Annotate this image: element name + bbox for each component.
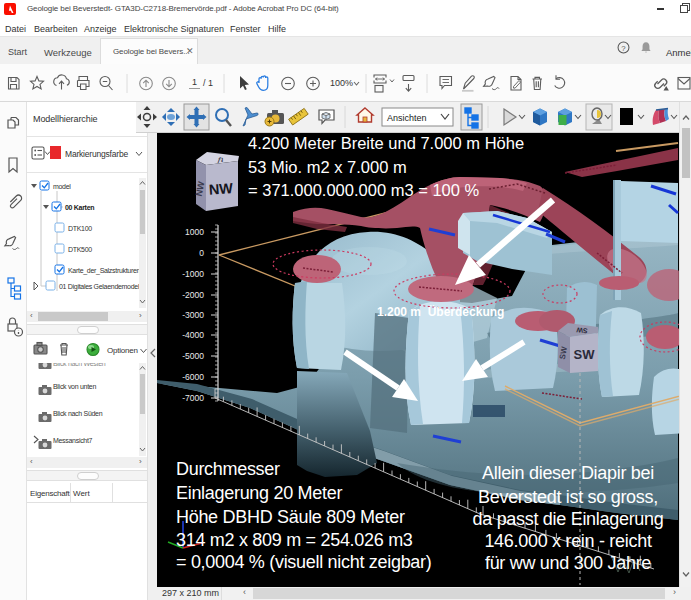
svg-text:Karte_der_Salzstrukturen: Karte_der_Salzstrukturen: [68, 267, 141, 275]
svg-text:Durchmesser: Durchmesser: [176, 459, 280, 479]
svg-text:Einlagerung 20 Meter: Einlagerung 20 Meter: [176, 483, 342, 503]
svg-text:-5000: -5000: [182, 351, 204, 361]
svg-text:Höhe DBHD Säule 809 Meter: Höhe DBHD Säule 809 Meter: [176, 507, 405, 527]
svg-text:-1000: -1000: [182, 269, 204, 279]
svg-text:= 0,0004 % (visuell nicht zeig: = 0,0004 % (visuell nicht zeigbar): [176, 552, 431, 572]
svg-text:-7000: -7000: [182, 393, 204, 403]
svg-text:-6000: -6000: [182, 372, 204, 382]
svg-text:model: model: [53, 183, 71, 190]
svg-text:?: ?: [621, 44, 626, 53]
svg-text:NW: NW: [208, 180, 234, 198]
svg-text:00 Karten: 00 Karten: [65, 204, 94, 211]
svg-text:Beverstedt ist so gross,: Beverstedt ist so gross,: [478, 487, 658, 507]
svg-text:DTK500: DTK500: [68, 246, 92, 253]
svg-text:da passt die Einlagerung: da passt die Einlagerung: [473, 509, 664, 529]
svg-text:Ansichten: Ansichten: [387, 113, 427, 123]
svg-text:0: 0: [199, 248, 204, 258]
svg-text:4.200 Meter Breite und 7.000 m: 4.200 Meter Breite und 7.000 m Höhe: [248, 134, 524, 152]
svg-text:SW: SW: [574, 347, 596, 362]
svg-text:53 Mio. m2 x 7.000 m: 53 Mio. m2 x 7.000 m: [248, 158, 407, 176]
svg-text:146.000 x rein - reicht: 146.000 x rein - reicht: [484, 531, 651, 551]
svg-text:-2000: -2000: [182, 290, 204, 300]
svg-text:01 Digitales Gelaendemodell: 01 Digitales Gelaendemodell: [59, 283, 141, 291]
svg-text:für ww und 300 Jahre: für ww und 300 Jahre: [485, 553, 651, 573]
svg-text:-4000: -4000: [182, 330, 204, 340]
svg-text:Allein dieser Diapir bei: Allein dieser Diapir bei: [482, 463, 654, 483]
svg-text:314 m2 x 809 m = 254.026 m3: 314 m2 x 809 m = 254.026 m3: [176, 530, 413, 550]
svg-text:-3000: -3000: [182, 310, 204, 320]
svg-text:SW: SW: [576, 326, 588, 334]
svg-text:DTK100: DTK100: [68, 225, 92, 232]
svg-text:1000: 1000: [185, 227, 204, 237]
svg-text:= 371.000.000.000 m3 = 100 %: = 371.000.000.000 m3 = 100 %: [248, 181, 480, 199]
svg-text:1.200 m Überdeckung: 1.200 m Überdeckung: [377, 304, 504, 319]
